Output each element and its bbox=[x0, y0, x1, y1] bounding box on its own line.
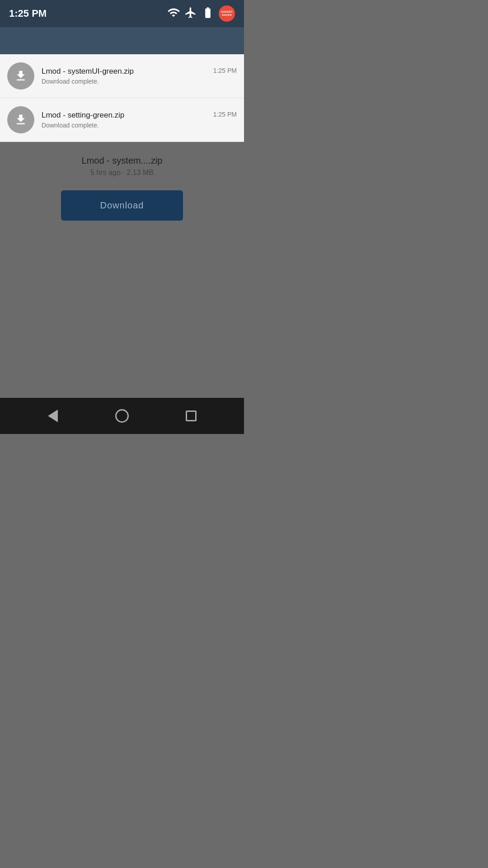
notification-subtitle-1: Download complete. bbox=[42, 78, 237, 85]
back-icon bbox=[48, 410, 58, 422]
notification-header-1: Lmod - systemUI-green.zip 1:25 PM bbox=[42, 67, 237, 76]
file-info: Lmod - system....zip 5 hrs ago · 2.13 MB bbox=[82, 156, 163, 177]
notification-header-2: Lmod - setting-green.zip 1:25 PM bbox=[42, 111, 237, 120]
file-meta: 5 hrs ago · 2.13 MB bbox=[82, 169, 163, 177]
airplane-icon bbox=[184, 6, 197, 21]
notification-time-2: 1:25 PM bbox=[213, 111, 237, 118]
notifications-container: Lmod - systemUI-green.zip 1:25 PM Downlo… bbox=[0, 54, 244, 142]
battery-icon bbox=[202, 6, 214, 21]
main-content: Lmod - system....zip 5 hrs ago · 2.13 MB… bbox=[0, 142, 244, 230]
nav-bar bbox=[0, 398, 244, 434]
notification-icon-2 bbox=[7, 106, 34, 133]
notification-subtitle-2: Download complete. bbox=[42, 122, 237, 129]
back-button[interactable] bbox=[42, 405, 64, 427]
notification-item[interactable]: Lmod - systemUI-green.zip 1:25 PM Downlo… bbox=[0, 54, 244, 98]
status-bar: 1:25 PM GADGETHACKS bbox=[0, 0, 244, 27]
notification-title-2: Lmod - setting-green.zip bbox=[42, 111, 124, 120]
recents-icon bbox=[186, 410, 197, 421]
notification-content-2: Lmod - setting-green.zip 1:25 PM Downloa… bbox=[42, 111, 237, 129]
notification-item-2[interactable]: Lmod - setting-green.zip 1:25 PM Downloa… bbox=[0, 98, 244, 142]
gadget-hacks-badge: GADGETHACKS bbox=[219, 5, 235, 22]
home-button[interactable] bbox=[111, 405, 133, 427]
notification-title-1: Lmod - systemUI-green.zip bbox=[42, 67, 134, 76]
app-bar bbox=[0, 27, 244, 54]
notification-time-1: 1:25 PM bbox=[213, 67, 237, 74]
recents-button[interactable] bbox=[180, 405, 202, 427]
home-icon bbox=[115, 409, 129, 423]
notification-content-1: Lmod - systemUI-green.zip 1:25 PM Downlo… bbox=[42, 67, 237, 85]
download-button[interactable]: Download bbox=[61, 190, 183, 221]
status-icons: GADGETHACKS bbox=[167, 5, 235, 22]
wifi-icon bbox=[167, 6, 180, 21]
status-time: 1:25 PM bbox=[9, 8, 47, 19]
file-name: Lmod - system....zip bbox=[82, 156, 163, 166]
notification-icon-1 bbox=[7, 62, 34, 90]
